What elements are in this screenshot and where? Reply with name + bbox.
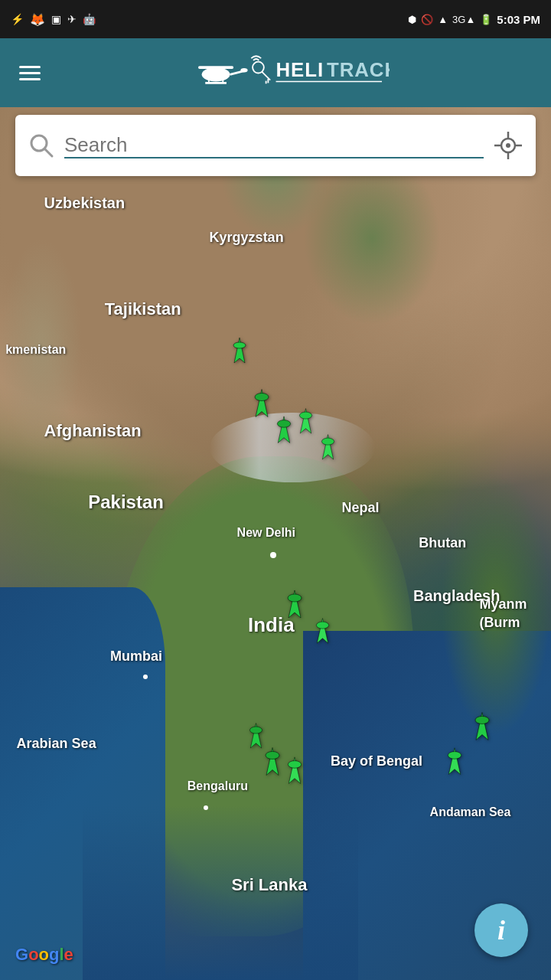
svg-point-1 xyxy=(202,67,230,81)
bluetooth-icon: ⬢ xyxy=(408,14,416,25)
heli-marker-10[interactable] xyxy=(237,718,276,756)
search-bar xyxy=(15,115,536,176)
block-icon: 🚫 xyxy=(421,14,433,25)
hamburger-line-1 xyxy=(19,66,41,68)
helicopter-icon-5 xyxy=(311,432,345,466)
status-icons-right: ⬢ 🚫 ▲ 3G▲ 🔋 5:03 PM xyxy=(408,13,540,26)
svg-point-21 xyxy=(299,412,311,419)
heli-marker-11[interactable] xyxy=(463,710,501,748)
app-logo: HELI TRACKER xyxy=(191,50,390,96)
battery-icon: 🔋 xyxy=(480,14,492,25)
heli-marker-7[interactable] xyxy=(303,613,341,652)
helicopter-icon-9 xyxy=(276,754,313,791)
svg-text:TRACKER: TRACKER xyxy=(327,59,390,80)
svg-point-25 xyxy=(288,594,302,602)
info-icon: i xyxy=(497,914,505,946)
terrain-myanmar xyxy=(441,474,551,736)
heli-marker-9[interactable] xyxy=(276,753,314,792)
svg-point-17 xyxy=(255,394,269,401)
svg-line-8 xyxy=(262,72,270,80)
wifi-icon: ▲ xyxy=(438,14,448,25)
app-header: HELI TRACKER xyxy=(0,38,551,107)
location-icon: ✈ xyxy=(67,13,77,25)
crosshair-icon xyxy=(493,130,523,161)
map-background xyxy=(0,107,551,980)
svg-marker-14 xyxy=(234,338,245,363)
svg-text:HELI: HELI xyxy=(276,59,324,80)
svg-point-23 xyxy=(321,438,334,445)
android-icon: 🤖 xyxy=(83,13,96,25)
status-bar: ⚡ 🦊 ▣ ✈ 🤖 ⬢ 🚫 ▲ 3G▲ 🔋 5:03 PM xyxy=(0,0,551,38)
svg-point-33 xyxy=(249,727,262,733)
hamburger-menu-button[interactable] xyxy=(15,62,44,84)
svg-point-37 xyxy=(448,752,461,760)
terrain-detail-3 xyxy=(0,238,83,456)
svg-point-3 xyxy=(240,68,247,73)
search-input[interactable] xyxy=(64,133,484,158)
browser-icon: 🦊 xyxy=(30,12,45,27)
status-icons-left: ⚡ 🦊 ▣ ✈ 🤖 xyxy=(11,12,96,27)
hamburger-line-2 xyxy=(19,72,41,74)
svg-line-39 xyxy=(44,149,52,156)
ocean-indian xyxy=(83,805,358,980)
helicopter-icon-7 xyxy=(305,616,340,650)
heli-marker-1[interactable] xyxy=(220,334,259,372)
helicopter-icon-10 xyxy=(239,720,273,755)
svg-point-35 xyxy=(475,717,489,724)
info-button[interactable]: i xyxy=(474,903,528,957)
helicopter-icon-11 xyxy=(463,707,501,750)
logo-area: HELI TRACKER xyxy=(44,50,536,96)
location-button[interactable] xyxy=(493,130,523,161)
map-container[interactable]: Uzbekistan Kyrgyzstan Tajikistan kmenist… xyxy=(0,107,551,980)
helicopter-icon-12 xyxy=(436,745,473,782)
hamburger-line-3 xyxy=(19,78,41,80)
helicopter-icon-1 xyxy=(220,334,259,372)
status-time: 5:03 PM xyxy=(497,13,540,26)
search-icon-wrap xyxy=(28,132,55,159)
svg-point-15 xyxy=(233,342,246,348)
heli-marker-5[interactable] xyxy=(308,430,347,469)
signal-icon: 3G▲ xyxy=(452,14,475,25)
screen-icon: ▣ xyxy=(51,13,61,25)
svg-point-31 xyxy=(288,760,301,768)
svg-point-27 xyxy=(316,622,328,629)
google-brand: Google xyxy=(15,945,73,965)
usb-icon: ⚡ xyxy=(11,13,24,25)
heli-marker-12[interactable] xyxy=(435,744,474,782)
svg-point-41 xyxy=(506,143,510,148)
search-icon xyxy=(28,132,55,159)
